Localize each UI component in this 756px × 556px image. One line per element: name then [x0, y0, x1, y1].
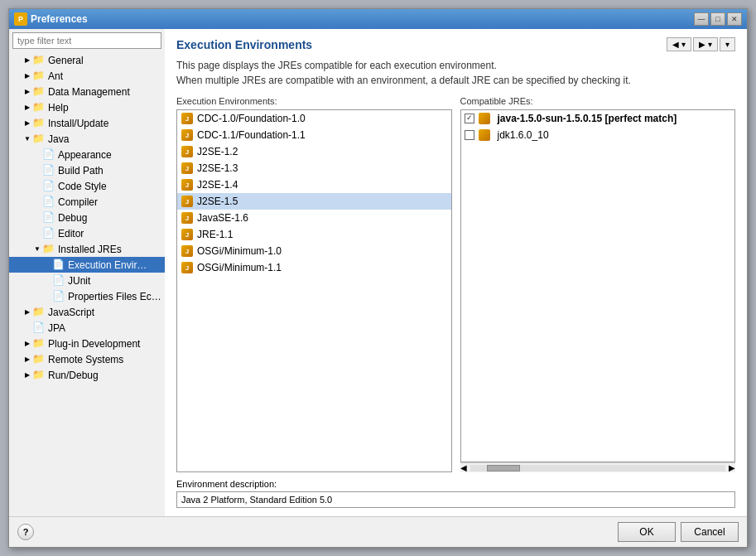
ok-button[interactable]: OK	[618, 522, 676, 542]
sidebar-item-install[interactable]: Install/Update	[9, 115, 165, 131]
desc-line1: This page displays the JREs compatible f…	[176, 58, 735, 73]
sidebar-label-build: Build Path	[58, 165, 104, 176]
nav-buttons: ◀ ▾ ▶ ▾ ▾	[667, 37, 735, 51]
sidebar-label-remote: Remote Systems	[48, 354, 123, 365]
action-buttons: OK Cancel	[618, 522, 739, 542]
sidebar-item-appearance[interactable]: Appearance	[9, 147, 165, 162]
sidebar-item-javascript[interactable]: JavaScript	[9, 304, 165, 320]
tree-arrow-build	[32, 166, 42, 176]
list-item-jre11[interactable]: JRE-1.1	[177, 226, 451, 243]
env-icon-cdc11	[181, 128, 194, 142]
list-item-j2se13[interactable]: J2SE-1.3	[177, 160, 451, 176]
main-panel: Execution Environments ◀ ▾ ▶ ▾ ▾ This pa…	[165, 29, 747, 516]
dialog-icon: P	[14, 12, 27, 26]
scroll-left-btn[interactable]: ◀	[460, 463, 467, 472]
forward-button[interactable]: ▶ ▾	[693, 37, 718, 51]
env-icon-osgi10	[181, 244, 194, 258]
sidebar-item-help[interactable]: Help	[9, 99, 165, 115]
sidebar-label-data: Data Management	[48, 86, 130, 98]
sidebar-label-debug: Debug	[58, 212, 87, 224]
main-title: Execution Environments	[176, 38, 312, 51]
maximize-button[interactable]: □	[710, 12, 725, 26]
minimize-button[interactable]: —	[694, 12, 709, 26]
list-item-jdk160[interactable]: jdk1.6.0_10	[461, 127, 735, 143]
env-panel-label: Execution Environments:	[176, 96, 452, 106]
scroll-right-btn[interactable]: ▶	[729, 463, 735, 472]
back-button[interactable]: ◀ ▾	[667, 37, 691, 51]
filter-input[interactable]	[12, 32, 161, 49]
help-button[interactable]: ?	[17, 524, 34, 540]
sidebar-item-data-management[interactable]: Data Management	[9, 84, 165, 99]
env-label-osgi10: OSGi/Minimum-1.0	[197, 245, 282, 257]
env-list[interactable]: CDC-1.0/Foundation-1.0 CDC-1.1/Foundatio…	[176, 109, 452, 472]
sidebar-label-general: General	[48, 55, 84, 66]
list-item-osgi11[interactable]: OSGi/Minimum-1.1	[177, 259, 451, 276]
jre-panel: Compatible JREs: java-1.5.0-sun-1.5.0.15…	[460, 96, 736, 472]
sidebar-item-code-style[interactable]: Code Style	[9, 178, 165, 194]
tree-arrow-general	[22, 56, 32, 65]
list-item-j2se15[interactable]: J2SE-1.5	[177, 193, 451, 210]
sidebar-item-java[interactable]: Java	[9, 131, 165, 147]
env-label-javase16: JavaSE-1.6	[197, 212, 248, 224]
env-label-jre11: JRE-1.1	[197, 229, 233, 240]
item-icon-build	[42, 164, 55, 177]
tree-arrow-js	[22, 307, 32, 317]
item-icon-exec	[52, 259, 65, 272]
title-bar: P Preferences — □ ✕	[9, 9, 747, 29]
env-desc-input[interactable]	[176, 491, 735, 508]
folder-icon-data	[32, 85, 46, 99]
list-item-j2se12[interactable]: J2SE-1.2	[177, 143, 451, 160]
sidebar-item-run-debug[interactable]: Run/Debug	[9, 367, 165, 383]
sidebar-item-jpa[interactable]: JPA	[9, 320, 165, 336]
menu-button[interactable]: ▾	[720, 37, 735, 51]
title-bar-left: P Preferences	[14, 12, 88, 26]
sidebar-item-compiler[interactable]: Compiler	[9, 194, 165, 210]
list-item-cdc10[interactable]: CDC-1.0/Foundation-1.0	[177, 110, 451, 127]
env-label-cdc10: CDC-1.0/Foundation-1.0	[197, 113, 306, 124]
sidebar-label-editor: Editor	[58, 228, 84, 239]
env-icon-j2se13	[181, 162, 194, 175]
jre-checkbox-jdk160[interactable]	[465, 130, 474, 140]
tree-arrow-plugin	[22, 339, 32, 349]
panels-row: Execution Environments: CDC-1.0/Foundati…	[176, 96, 735, 472]
item-icon-editor	[42, 227, 55, 240]
list-item-osgi10[interactable]: OSGi/Minimum-1.0	[177, 243, 451, 259]
sidebar-inner: General Ant Data Management	[9, 29, 165, 516]
sidebar-item-general[interactable]: General	[9, 52, 165, 68]
jre-checkbox-row-java150: java-1.5.0-sun-1.5.0.15 [perfect match]	[465, 112, 677, 125]
sidebar-item-remote[interactable]: Remote Systems	[9, 351, 165, 367]
sidebar-item-debug[interactable]: Debug	[9, 210, 165, 225]
tree-arrow-jres	[32, 244, 42, 254]
cancel-button[interactable]: Cancel	[681, 522, 739, 542]
jre-scrollbar-h[interactable]: ◀ ▶	[460, 462, 736, 472]
tree-arrow-remote	[22, 355, 32, 365]
folder-icon-ant	[32, 70, 46, 83]
sidebar-item-editor[interactable]: Editor	[9, 225, 165, 241]
dialog-title: Preferences	[31, 13, 88, 25]
list-item-javase16[interactable]: JavaSE-1.6	[177, 210, 451, 226]
item-icon-compiler	[42, 196, 55, 209]
sidebar-item-plugin[interactable]: Plug-in Development	[9, 336, 165, 351]
item-icon-props	[52, 290, 65, 303]
folder-icon-install	[32, 117, 46, 130]
scroll-track	[470, 465, 726, 471]
sidebar: General Ant Data Management	[9, 29, 165, 516]
tree-arrow-compiler	[32, 197, 42, 207]
close-button[interactable]: ✕	[727, 12, 742, 26]
sidebar-item-junit[interactable]: JUnit	[9, 273, 165, 288]
env-label-osgi11: OSGi/Minimum-1.1	[197, 262, 282, 273]
list-item-cdc11[interactable]: CDC-1.1/Foundation-1.1	[177, 127, 451, 143]
sidebar-item-ant[interactable]: Ant	[9, 68, 165, 84]
sidebar-item-execution-envs[interactable]: Execution Envir…	[9, 257, 165, 273]
list-item-j2se14[interactable]: J2SE-1.4	[177, 176, 451, 193]
folder-icon-jres	[42, 243, 55, 256]
scroll-thumb[interactable]	[487, 465, 520, 471]
sidebar-item-properties[interactable]: Properties Files Ec…	[9, 288, 165, 304]
list-item-java150[interactable]: java-1.5.0-sun-1.5.0.15 [perfect match]	[461, 110, 735, 127]
tree-arrow-help	[22, 103, 32, 113]
jre-checkbox-java150[interactable]	[465, 114, 474, 123]
env-panel: Execution Environments: CDC-1.0/Foundati…	[176, 96, 452, 472]
jre-list[interactable]: java-1.5.0-sun-1.5.0.15 [perfect match] …	[460, 109, 736, 462]
sidebar-item-installed-jres[interactable]: Installed JREs	[9, 241, 165, 257]
sidebar-item-build-path[interactable]: Build Path	[9, 162, 165, 178]
